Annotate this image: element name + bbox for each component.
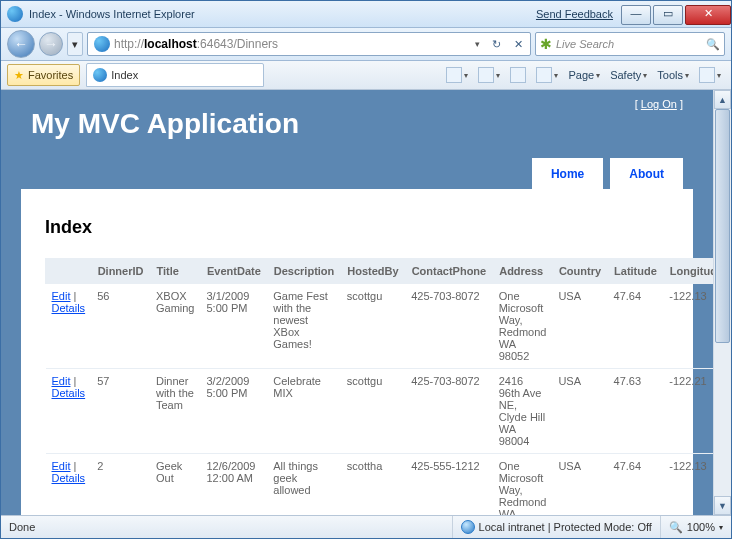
page-favicon-icon	[94, 36, 110, 52]
zone-icon	[461, 520, 475, 534]
edit-link[interactable]: Edit	[52, 290, 71, 302]
scroll-track[interactable]	[714, 109, 731, 496]
window-title: Index - Windows Internet Explorer	[29, 8, 195, 20]
logon-area: [ Log On ]	[635, 98, 683, 110]
main-content: Index DinnerID Title EventDate Descripti…	[21, 189, 693, 515]
cell-phone: 425-703-8072	[405, 284, 493, 369]
nav-tabs: Home About	[31, 140, 713, 189]
security-zone[interactable]: Local intranet | Protected Mode: Off	[452, 516, 652, 538]
print-button[interactable]: ▾	[532, 64, 562, 86]
col-dinnerid: DinnerID	[91, 259, 150, 284]
refresh-button[interactable]: ↻	[486, 34, 506, 54]
cell-addr: One Microsoft Way, Redmond WA 98052	[493, 284, 553, 369]
back-button[interactable]: ←	[7, 30, 35, 58]
viewport[interactable]: [ Log On ] My MVC Application Home About…	[1, 90, 713, 515]
cell-id: 57	[91, 369, 150, 454]
url-prefix: http://	[114, 37, 144, 51]
cell-host: scottgu	[341, 284, 405, 369]
cell-date: 3/2/2009 5:00 PM	[200, 369, 267, 454]
col-hostedby: HostedBy	[341, 259, 405, 284]
zoom-dropdown-icon[interactable]: ▾	[719, 523, 723, 532]
vertical-scrollbar[interactable]: ▲ ▼	[713, 90, 731, 515]
cell-desc: Celebrate MIX	[267, 369, 341, 454]
tab-title: Index	[111, 69, 138, 81]
table-row: Edit | Details2Geek Out12/6/2009 12:00 A…	[46, 454, 714, 516]
rss-icon	[478, 67, 494, 83]
ie-icon	[7, 6, 23, 22]
send-feedback-link[interactable]: Send Feedback	[536, 8, 613, 20]
forward-button[interactable]: →	[39, 32, 63, 56]
favorites-button[interactable]: ★ Favorites	[7, 64, 80, 86]
header-row: DinnerID Title EventDate Description Hos…	[46, 259, 714, 284]
details-link[interactable]: Details	[52, 472, 86, 484]
zoom-icon: 🔍	[669, 521, 683, 534]
nav-about[interactable]: About	[610, 158, 683, 189]
table-row: Edit | Details57Dinner with the Team3/2/…	[46, 369, 714, 454]
col-longitude: Longitude	[663, 259, 713, 284]
edit-link[interactable]: Edit	[52, 460, 71, 472]
cell-date: 12/6/2009 12:00 AM	[200, 454, 267, 516]
safety-menu[interactable]: Safety▾	[606, 64, 651, 86]
url-path: :64643/Dinners	[197, 37, 278, 51]
app-title: My MVC Application	[31, 108, 713, 140]
table-row: Edit | Details56XBOX Gaming3/1/2009 5:00…	[46, 284, 714, 369]
zoom-value: 100%	[687, 521, 715, 533]
zoom-control[interactable]: 🔍 100% ▾	[660, 516, 723, 538]
cell-country: USA	[552, 369, 607, 454]
command-right: ▾ ▾ ▾ Page▾ Safety▾ Tools▾ ▾	[442, 64, 725, 86]
cell-lat: 47.64	[608, 454, 664, 516]
cell-addr: 2416 96th Ave NE, Clyde Hill WA 98004	[493, 369, 553, 454]
details-link[interactable]: Details	[52, 302, 86, 314]
close-button[interactable]: ✕	[685, 5, 731, 25]
cell-lat: 47.64	[608, 284, 664, 369]
cell-title: Dinner with the Team	[150, 369, 201, 454]
cell-country: USA	[552, 284, 607, 369]
minimize-button[interactable]: —	[621, 5, 651, 25]
tab-favicon-icon	[93, 68, 107, 82]
command-bar: ★ Favorites Index ▾ ▾ ▾ Page▾ Safety▾ To…	[1, 61, 731, 90]
search-provider-icon: ✱	[540, 36, 552, 52]
maximize-button[interactable]: ▭	[653, 5, 683, 25]
cell-desc: Game Fest with the newest XBox Games!	[267, 284, 341, 369]
edit-link[interactable]: Edit	[52, 375, 71, 387]
page-heading: Index	[45, 217, 669, 238]
cell-desc: All things geek allowed	[267, 454, 341, 516]
cell-actions: Edit | Details	[46, 284, 92, 369]
site-header: [ Log On ] My MVC Application Home About	[1, 90, 713, 189]
title-bar: Index - Windows Internet Explorer Send F…	[1, 1, 731, 28]
print-icon	[536, 67, 552, 83]
zone-label: Local intranet | Protected Mode: Off	[479, 521, 652, 533]
help-button[interactable]: ▾	[695, 64, 725, 86]
readmail-button[interactable]	[506, 64, 530, 86]
stop-button[interactable]: ✕	[508, 34, 528, 54]
search-placeholder: Live Search	[556, 38, 706, 50]
home-icon	[446, 67, 462, 83]
favorites-label: Favorites	[28, 69, 73, 81]
details-link[interactable]: Details	[52, 387, 86, 399]
url-text[interactable]: http://localhost:64643/Dinners	[114, 37, 471, 51]
scroll-down-button[interactable]: ▼	[714, 496, 731, 515]
scroll-up-button[interactable]: ▲	[714, 90, 731, 109]
history-dropdown[interactable]: ▾	[67, 32, 83, 56]
search-go-icon[interactable]: 🔍	[706, 38, 720, 51]
nav-home[interactable]: Home	[532, 158, 603, 189]
address-bar[interactable]: http://localhost:64643/Dinners ▾ ↻ ✕	[87, 32, 531, 56]
cell-id: 2	[91, 454, 150, 516]
search-box[interactable]: ✱ Live Search 🔍	[535, 32, 725, 56]
cell-id: 56	[91, 284, 150, 369]
scroll-thumb[interactable]	[715, 109, 730, 343]
browser-tab[interactable]: Index	[86, 63, 264, 87]
cell-title: XBOX Gaming	[150, 284, 201, 369]
cell-lon: -122.13	[663, 454, 713, 516]
logon-link[interactable]: Log On	[641, 98, 677, 110]
url-dropdown-icon[interactable]: ▾	[471, 39, 484, 49]
col-country: Country	[552, 259, 607, 284]
page-menu[interactable]: Page▾	[564, 64, 604, 86]
home-button[interactable]: ▾	[442, 64, 472, 86]
tools-menu[interactable]: Tools▾	[653, 64, 693, 86]
cell-actions: Edit | Details	[46, 454, 92, 516]
cell-host: scottha	[341, 454, 405, 516]
window-buttons: — ▭ ✕	[619, 5, 731, 23]
col-actions	[46, 259, 92, 284]
feeds-button[interactable]: ▾	[474, 64, 504, 86]
